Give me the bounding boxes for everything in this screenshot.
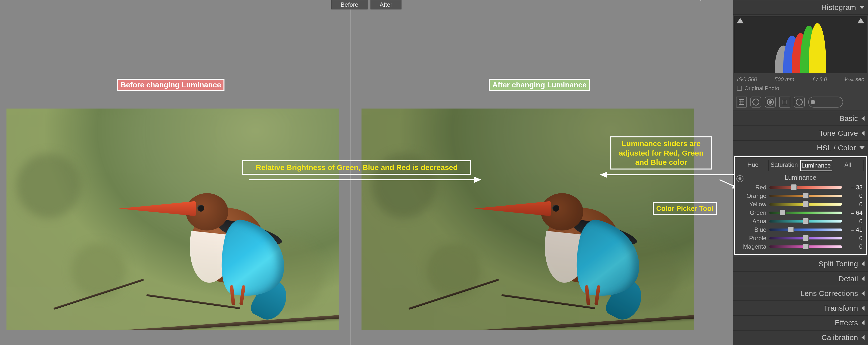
checkbox-icon[interactable] — [737, 86, 742, 91]
group-tone-label: Tone Curve — [819, 129, 858, 137]
group-basic-label: Basic — [839, 114, 858, 123]
group-histogram[interactable]: Histogram — [733, 0, 868, 15]
slider-value: – 33 — [845, 184, 863, 191]
slider-orange[interactable]: Orange0 — [739, 193, 863, 199]
slider-value: 0 — [845, 201, 863, 208]
group-split-toning[interactable]: Split Toning — [733, 256, 868, 271]
slider-track[interactable] — [769, 195, 842, 197]
slider-label: Blue — [739, 226, 766, 233]
slider-knob[interactable] — [788, 227, 794, 232]
slider-label: Yellow — [739, 201, 766, 208]
luminance-title: Luminance — [738, 174, 864, 181]
slider-green[interactable]: Green– 64 — [739, 209, 863, 216]
tab-after[interactable]: After — [370, 0, 402, 9]
chevron-left-icon — [862, 131, 865, 136]
slider-red[interactable]: Red– 33 — [739, 184, 863, 191]
slider-knob[interactable] — [803, 244, 808, 249]
group-tone-curve[interactable]: Tone Curve — [733, 126, 868, 140]
chevron-left-icon — [862, 116, 865, 121]
tab-before[interactable]: Before — [331, 0, 368, 9]
spot-tool[interactable] — [750, 97, 762, 107]
tool-strip — [733, 94, 868, 111]
hsl-tab-all[interactable]: All — [832, 160, 864, 171]
group-detail[interactable]: Detail — [733, 271, 868, 286]
annotation-sliders-line1: Luminance sliders are — [622, 139, 701, 148]
annotation-sliders-line2: adjusted for Red, Green — [619, 149, 704, 157]
chevron-down-icon — [860, 146, 865, 149]
slider-knob[interactable] — [791, 184, 797, 190]
group-split-label: Split Toning — [819, 260, 858, 268]
hsl-tab-hue[interactable]: Hue — [738, 160, 769, 171]
luminance-sliders: Red– 33Orange0Yellow0Green– 64Aqua0Blue–… — [738, 184, 864, 250]
exif-row: ISO 560 500 mm ƒ / 8.0 ¹⁄₅₀₀ sec — [733, 75, 868, 84]
svg-rect-0 — [739, 100, 744, 105]
slider-track[interactable] — [769, 229, 842, 231]
slider-track[interactable] — [769, 186, 842, 189]
grad-tool[interactable] — [779, 97, 790, 107]
targeted-adjust-tool[interactable] — [737, 175, 743, 182]
label-after: After changing Luminance — [489, 79, 590, 91]
slider-value: – 41 — [845, 226, 863, 233]
slider-knob[interactable] — [803, 235, 808, 241]
crop-tool[interactable] — [736, 97, 747, 107]
slider-label: Red — [739, 184, 766, 191]
chevron-down-icon — [860, 6, 865, 9]
chevron-left-icon — [862, 335, 865, 340]
clip-highlight-icon[interactable] — [857, 18, 864, 24]
slider-blue[interactable]: Blue– 41 — [739, 226, 863, 233]
slider-value: 0 — [845, 218, 863, 225]
histogram-graph[interactable] — [735, 16, 867, 73]
label-before: Before changing Luminance — [117, 79, 224, 91]
slider-track[interactable] — [769, 237, 842, 239]
slider-track[interactable] — [769, 212, 842, 214]
group-detail-label: Detail — [839, 275, 858, 283]
slider-magenta[interactable]: Magenta0 — [739, 243, 863, 250]
slider-value: 0 — [845, 193, 863, 199]
slider-label: Green — [739, 209, 766, 216]
slider-knob[interactable] — [803, 193, 808, 198]
slider-track[interactable] — [769, 220, 842, 222]
group-histogram-label: Histogram — [822, 3, 856, 12]
group-trans-label: Transform — [824, 304, 858, 312]
slider-track[interactable] — [769, 245, 842, 248]
annotation-sliders: Luminance sliders are adjusted for Red, … — [610, 136, 712, 170]
annotation-sliders-line3: and Blue color — [635, 158, 687, 166]
redeye-tool[interactable] — [765, 97, 776, 107]
slider-value: 0 — [845, 243, 863, 250]
arrow-sliders — [600, 174, 737, 175]
slider-knob[interactable] — [780, 210, 785, 215]
original-photo-row[interactable]: Original Photo — [733, 84, 868, 94]
exif-iso: ISO 560 — [737, 76, 757, 83]
original-photo-label: Original Photo — [744, 85, 779, 92]
group-basic[interactable]: Basic — [733, 111, 868, 126]
slider-knob[interactable] — [803, 218, 808, 224]
exif-focal: 500 mm — [775, 76, 794, 83]
group-lens[interactable]: Lens Corrections — [733, 286, 868, 301]
radial-tool[interactable] — [794, 97, 805, 107]
hsl-tab-sat[interactable]: Saturation — [769, 160, 800, 171]
clip-shadow-icon[interactable] — [737, 18, 744, 24]
slider-aqua[interactable]: Aqua0 — [739, 218, 863, 225]
develop-panel: Histogram ISO 560 500 mm ƒ / 8.0 ¹⁄₅₀₀ s… — [733, 0, 868, 345]
brush-tool[interactable] — [808, 97, 843, 107]
chevron-left-icon — [862, 262, 865, 266]
slider-label: Magenta — [739, 243, 766, 250]
before-photo[interactable] — [6, 108, 339, 330]
group-calib-label: Calibration — [822, 333, 858, 342]
group-transform[interactable]: Transform — [733, 301, 868, 315]
arrow-picker-line — [700, 0, 716, 1]
before-after-tabs: Before After — [331, 0, 401, 9]
slider-purple[interactable]: Purple0 — [739, 235, 863, 242]
slider-track[interactable] — [769, 203, 842, 206]
chevron-left-icon — [862, 276, 865, 281]
slider-knob[interactable] — [803, 201, 808, 207]
hsl-tab-lum[interactable]: Luminance — [800, 160, 832, 171]
group-hsl-label: HSL / Color — [817, 144, 856, 152]
group-hsl[interactable]: HSL / Color — [733, 141, 868, 155]
arrow-main — [249, 179, 481, 180]
group-effects[interactable]: Effects — [733, 316, 868, 330]
svg-rect-5 — [783, 100, 787, 104]
hsl-panel: Hue Saturation Luminance All Luminance R… — [734, 156, 867, 255]
group-calibration[interactable]: Calibration — [733, 330, 868, 345]
slider-yellow[interactable]: Yellow0 — [739, 201, 863, 208]
